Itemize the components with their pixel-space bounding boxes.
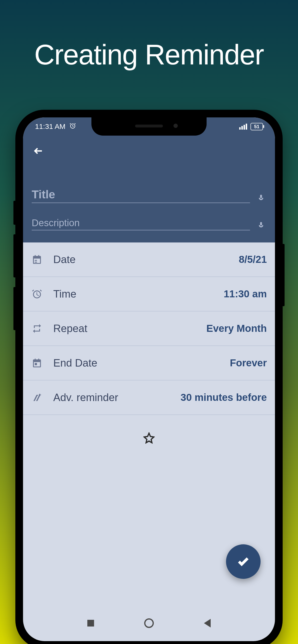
phone-screen: 11:31 AM 51	[23, 118, 275, 641]
time-row[interactable]: Time 11:30 am	[23, 277, 275, 312]
end-date-value: Forever	[230, 357, 267, 369]
adv-reminder-value: 30 minutes before	[181, 392, 267, 403]
time-label: Time	[53, 288, 224, 300]
app-header	[23, 136, 275, 166]
date-row[interactable]: Date 8/5/21	[23, 242, 275, 277]
favorite-container	[23, 415, 275, 462]
repeat-value: Every Month	[206, 323, 267, 334]
repeat-row[interactable]: Repeat Every Month	[23, 312, 275, 346]
signal-icon	[239, 124, 247, 130]
battery-icon: 51	[250, 123, 263, 130]
svg-text:+: +	[39, 392, 41, 397]
end-date-row[interactable]: End Date Forever	[23, 346, 275, 380]
phone-notch	[91, 118, 207, 136]
confirm-button[interactable]	[226, 544, 261, 579]
date-value: 8/5/21	[239, 254, 267, 265]
end-date-label: End Date	[53, 357, 230, 369]
nav-recent-button[interactable]	[85, 618, 96, 629]
back-button[interactable]	[32, 144, 45, 158]
status-time: 11:31 AM	[35, 122, 66, 130]
status-left: 11:31 AM	[35, 122, 76, 131]
phone-side-button	[14, 201, 16, 225]
title-input[interactable]	[32, 188, 250, 203]
battery-level: 51	[254, 124, 259, 130]
adv-reminder-row[interactable]: + Adv. reminder 30 minutes before	[23, 380, 275, 415]
input-section	[23, 166, 275, 242]
phone-frame: 11:31 AM 51	[15, 110, 283, 644]
microphone-icon[interactable]	[256, 220, 266, 230]
page-heading: Creating Reminder	[0, 0, 298, 71]
microphone-icon[interactable]	[256, 192, 266, 203]
title-input-row	[32, 188, 266, 203]
clock-icon	[31, 288, 43, 300]
description-input-row	[32, 218, 266, 230]
date-label: Date	[53, 254, 239, 266]
time-value: 11:30 am	[224, 288, 267, 300]
phone-side-button	[14, 234, 16, 278]
settings-list: Date 8/5/21 Time 11:30 am Repeat Every M…	[23, 242, 275, 462]
adv-reminder-label: Adv. reminder	[53, 392, 181, 404]
calendar-today-icon	[31, 357, 43, 369]
calendar-icon	[31, 254, 43, 265]
android-nav-bar	[23, 605, 275, 641]
description-input[interactable]	[32, 218, 250, 230]
repeat-icon	[31, 323, 43, 334]
notification-icon: +	[31, 392, 43, 403]
phone-side-button	[282, 244, 284, 306]
nav-back-button[interactable]	[202, 618, 213, 629]
alarm-icon	[69, 122, 76, 131]
nav-home-button[interactable]	[143, 618, 155, 629]
status-right: 51	[239, 123, 263, 130]
repeat-label: Repeat	[53, 322, 206, 334]
phone-side-button	[14, 287, 16, 330]
star-icon[interactable]	[143, 432, 155, 444]
